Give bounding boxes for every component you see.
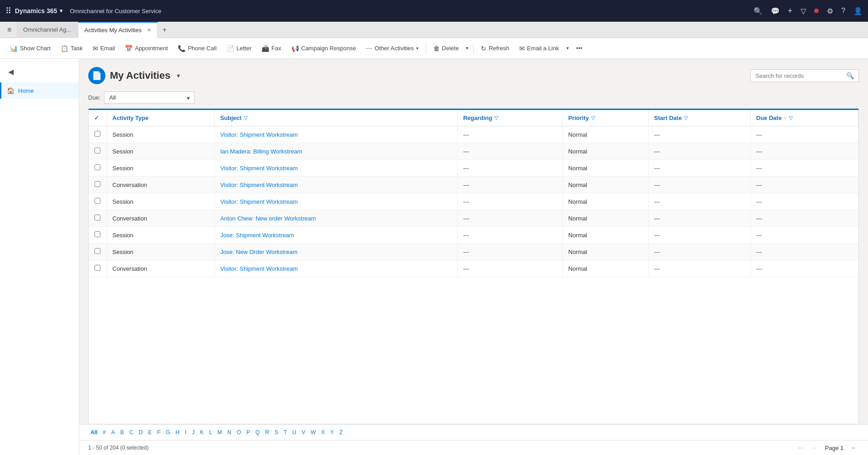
row-check-7[interactable] — [89, 244, 107, 260]
email-link-dropdown-button[interactable]: ▾ — [564, 43, 571, 54]
alpha-item-r[interactable]: R — [263, 428, 271, 436]
email-link-button[interactable]: ✉ Email a Link — [515, 42, 564, 55]
row-checkbox-0[interactable] — [95, 131, 100, 137]
alpha-item-u[interactable]: U — [290, 428, 299, 436]
delete-button[interactable]: 🗑 Delete — [429, 42, 464, 55]
fax-button[interactable]: 📠 Fax — [257, 42, 286, 55]
alpha-item-v[interactable]: V — [299, 428, 308, 436]
row-checkbox-2[interactable] — [95, 164, 100, 170]
alpha-item-a[interactable]: A — [109, 428, 117, 436]
row-checkbox-5[interactable] — [95, 215, 100, 220]
tab-add-button[interactable]: + — [158, 26, 171, 34]
row-check-2[interactable] — [89, 160, 107, 177]
alpha-item-j[interactable]: J — [190, 428, 197, 436]
sidebar-back-button[interactable]: ◀ — [4, 64, 18, 79]
alpha-item-d[interactable]: D — [137, 428, 145, 436]
subject-link-8[interactable]: Visitor: Shipment Workstream — [220, 265, 298, 272]
row-checkbox-4[interactable] — [95, 198, 100, 204]
tab-bar-menu[interactable]: ≡ — [2, 22, 17, 38]
search-icon[interactable]: 🔍 — [754, 7, 763, 15]
next-page-button[interactable]: → — [847, 443, 859, 452]
row-checkbox-7[interactable] — [95, 248, 100, 254]
phone-call-button[interactable]: 📞 Phone Call — [173, 42, 221, 55]
search-input[interactable] — [755, 72, 846, 79]
other-activities-button[interactable]: ⋯ Other Activities ▾ — [361, 42, 423, 55]
row-checkbox-8[interactable] — [95, 265, 100, 271]
alpha-item-q[interactable]: Q — [253, 428, 262, 436]
campaign-response-button[interactable]: 📢 Campaign Response — [287, 42, 360, 55]
alpha-item-t[interactable]: T — [281, 428, 289, 436]
alpha-item-p[interactable]: P — [244, 428, 252, 436]
alpha-item-f[interactable]: F — [155, 428, 162, 436]
tab-omnichannel[interactable]: Omnichannel Ag... — [17, 22, 78, 38]
subject-link-4[interactable]: Visitor: Shipment Workstream — [220, 198, 298, 205]
subject-filter-icon[interactable]: ▽ — [244, 115, 247, 121]
search-icon[interactable]: 🔍 — [846, 72, 854, 79]
chat-icon[interactable]: 💬 — [771, 7, 780, 15]
alpha-item-l[interactable]: L — [207, 428, 214, 436]
alpha-item-x[interactable]: X — [319, 428, 327, 436]
alpha-item-all[interactable]: All — [88, 428, 100, 436]
subject-link-5[interactable]: Anton Chew: New order Workstream — [220, 215, 316, 222]
alpha-item-z[interactable]: Z — [337, 428, 345, 436]
regarding-filter-icon[interactable]: ▽ — [494, 115, 498, 121]
tab-activities[interactable]: Activities My Activities ✕ — [78, 22, 158, 38]
row-check-0[interactable] — [89, 126, 107, 143]
filter-icon[interactable]: ▽ — [801, 7, 806, 15]
alpha-item-i[interactable]: I — [183, 428, 189, 436]
subject-link-1[interactable]: Ian Madera: Billing Workstream — [220, 148, 302, 155]
row-check-8[interactable] — [89, 260, 107, 277]
due-date-sort-icon[interactable]: ↑ — [784, 115, 787, 121]
due-select[interactable]: All Today This Week This Month Overdue — [104, 91, 194, 104]
subject-link-7[interactable]: Jose: New Order Workstream — [220, 249, 298, 255]
help-icon[interactable]: ? — [841, 7, 845, 15]
alpha-item-b[interactable]: B — [118, 428, 126, 436]
alpha-item-g[interactable]: G — [164, 428, 172, 436]
subject-link-2[interactable]: Visitor: Shipment Workstream — [220, 165, 298, 172]
row-checkbox-6[interactable] — [95, 231, 100, 237]
alpha-item-#[interactable]: # — [100, 428, 108, 436]
appointment-button[interactable]: 📅 Appointment — [120, 42, 172, 55]
row-checkbox-3[interactable] — [95, 181, 100, 187]
row-checkbox-1[interactable] — [95, 148, 100, 153]
start-date-filter-icon[interactable]: ▽ — [684, 115, 688, 121]
subject-link-0[interactable]: Visitor: Shipment Workstream — [220, 131, 298, 138]
refresh-button[interactable]: ↻ Refresh — [476, 42, 514, 55]
sidebar-item-home[interactable]: 🏠 Home — [0, 82, 79, 99]
tab-close-icon[interactable]: ✕ — [147, 27, 151, 33]
other-activities-chevron[interactable]: ▾ — [416, 46, 418, 51]
row-check-6[interactable] — [89, 227, 107, 244]
row-check-5[interactable] — [89, 210, 107, 227]
select-all-check[interactable]: ✓ — [94, 115, 99, 121]
alpha-item-n[interactable]: N — [225, 428, 234, 436]
more-button[interactable]: ••• — [572, 42, 587, 54]
settings-icon[interactable]: ⚙ — [827, 7, 833, 15]
alpha-item-m[interactable]: M — [215, 428, 224, 436]
delete-dropdown-button[interactable]: ▾ — [464, 43, 470, 54]
row-check-1[interactable] — [89, 143, 107, 160]
task-button[interactable]: 📋 Task — [56, 42, 87, 55]
add-icon[interactable]: + — [788, 6, 793, 16]
alpha-item-c[interactable]: C — [127, 428, 136, 436]
subject-link-6[interactable]: Jose: Shipment Workstream — [220, 232, 294, 239]
priority-filter-icon[interactable]: ▽ — [591, 115, 595, 121]
alpha-item-k[interactable]: K — [198, 428, 206, 436]
alpha-item-o[interactable]: O — [235, 428, 243, 436]
subject-link-3[interactable]: Visitor: Shipment Workstream — [220, 182, 298, 188]
email-button[interactable]: ✉ Email — [88, 42, 120, 55]
alpha-item-e[interactable]: E — [146, 428, 154, 436]
show-chart-button[interactable]: 📊 Show Chart — [5, 42, 55, 55]
app-title-chevron[interactable]: ▾ — [60, 8, 62, 14]
letter-button[interactable]: 📄 Letter — [222, 42, 256, 55]
alpha-item-y[interactable]: Y — [328, 428, 336, 436]
prev-page-button[interactable]: ← — [810, 443, 821, 452]
alpha-item-s[interactable]: S — [272, 428, 280, 436]
alpha-item-h[interactable]: H — [173, 428, 182, 436]
row-check-3[interactable] — [89, 177, 107, 193]
first-page-button[interactable]: ⊢ — [795, 443, 806, 452]
user-icon[interactable]: 👤 — [854, 7, 863, 15]
alpha-item-w[interactable]: W — [308, 428, 318, 436]
hamburger-icon[interactable]: ⠿ — [5, 6, 11, 16]
view-title-chevron[interactable]: ▾ — [177, 72, 180, 79]
row-check-4[interactable] — [89, 193, 107, 210]
